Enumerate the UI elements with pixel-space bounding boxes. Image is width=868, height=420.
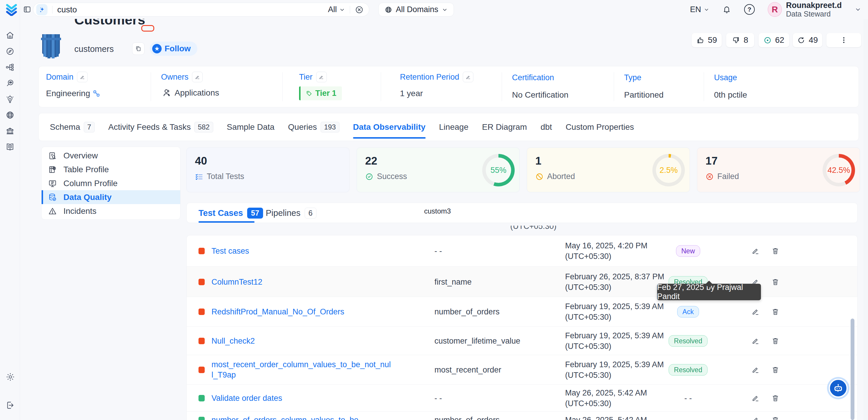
delete-icon[interactable] <box>770 277 781 287</box>
test-case-link[interactable]: most_recent_order_column_values_to_be_no… <box>212 360 392 380</box>
column-cell: first_name <box>434 277 472 287</box>
search-input[interactable]: custo <box>57 5 328 14</box>
edit-icon[interactable] <box>750 246 761 256</box>
versions-count: 49 <box>809 35 818 45</box>
insights-bulb-icon[interactable] <box>6 95 14 103</box>
user-menu[interactable]: R Rounakpreet.d Data Steward <box>768 1 842 18</box>
tab-er-diagram[interactable]: ER Diagram <box>482 113 527 141</box>
edit-tier-button[interactable] <box>316 72 327 82</box>
help-icon[interactable]: ? <box>744 4 755 15</box>
edit-owners-button[interactable] <box>192 72 203 82</box>
subnav-incidents[interactable]: Incidents <box>41 204 180 218</box>
tab-queries[interactable]: Queries193 <box>288 113 339 141</box>
edit-domain-button[interactable] <box>77 72 88 82</box>
top-bar: custo All All Domains EN ? R Rounakpreet… <box>0 0 868 19</box>
test-case-link[interactable]: ColumnTest12 <box>212 277 400 287</box>
edit-icon[interactable] <box>750 365 761 375</box>
test-case-link[interactable]: Validate order dates <box>212 393 400 403</box>
domains-filter[interactable]: All Domains <box>378 3 454 17</box>
test-case-link[interactable]: number_of_orders_column_values_to_be_ <box>212 415 400 420</box>
notifications-bell-icon[interactable] <box>722 5 731 14</box>
avatar[interactable]: R <box>768 2 782 17</box>
kebab-menu-icon <box>840 36 848 44</box>
clear-search-icon[interactable] <box>355 5 364 14</box>
subnav-data-quality[interactable]: Data Quality <box>41 190 180 204</box>
check-circle-icon <box>365 173 373 181</box>
sidebar-toggle-icon[interactable] <box>23 5 31 13</box>
delete-icon[interactable] <box>770 336 781 346</box>
subnav-overview[interactable]: Overview <box>41 149 180 162</box>
table-row[interactable]: Validate order dates - - May 26, 2025, 5… <box>187 384 858 412</box>
more-actions-button[interactable] <box>827 33 861 47</box>
edit-icon[interactable] <box>750 393 761 403</box>
test-case-link[interactable]: Test cases <box>212 246 400 256</box>
status-square <box>198 338 205 344</box>
test-case-link[interactable]: Null_check2 <box>212 336 400 346</box>
explore-compass-icon[interactable] <box>6 47 14 56</box>
copy-name-button[interactable] <box>132 42 145 55</box>
glossary-book-icon[interactable] <box>6 143 14 151</box>
status-badge[interactable]: Resolved <box>669 335 708 347</box>
tab-data-observability[interactable]: Data Observability <box>353 113 426 141</box>
app-logo[interactable] <box>6 3 18 16</box>
settings-gear-icon[interactable] <box>6 372 15 382</box>
subnav-table-profile[interactable]: Table Profile <box>41 162 180 176</box>
delete-icon[interactable] <box>770 365 781 375</box>
tab-lineage[interactable]: Lineage <box>439 113 469 141</box>
governance-bank-icon[interactable] <box>6 126 14 136</box>
delete-icon[interactable] <box>770 246 781 256</box>
tab-sample-data[interactable]: Sample Data <box>227 113 275 141</box>
upvote-button[interactable]: 59 <box>692 33 722 47</box>
status-badge[interactable]: Ack <box>677 306 699 318</box>
table-row[interactable]: number_of_orders_column_values_to_be_ nu… <box>187 412 858 420</box>
global-search-bar[interactable]: custo All <box>33 3 369 17</box>
content-scrollbar-thumb[interactable] <box>850 319 855 420</box>
status-square <box>198 367 205 373</box>
table-row[interactable]: Test cases - - May 16, 2025, 4:20 PM(UTC… <box>187 235 858 266</box>
lineage-graph-icon[interactable] <box>6 63 14 72</box>
tab-activity-feeds[interactable]: Activity Feeds & Tasks582 <box>108 113 213 141</box>
watch-button[interactable]: 62 <box>758 33 789 47</box>
user-role: Data Steward <box>786 10 842 18</box>
test-case-link[interactable]: RedshiftProd_Manual_No_Of_Orders <box>212 307 400 317</box>
subnav-column-profile[interactable]: Column Profile <box>41 176 180 190</box>
domains-globe-icon[interactable] <box>6 111 14 119</box>
edit-retention-button[interactable] <box>463 72 473 82</box>
language-selector[interactable]: EN <box>690 5 709 14</box>
table-row[interactable]: RedshiftProd_Manual_No_Of_Orders number_… <box>187 297 858 327</box>
tier-badge[interactable]: Tier 1 <box>299 86 342 100</box>
entity-name: customers <box>74 44 114 54</box>
status-badge[interactable]: Resolved <box>669 364 708 376</box>
tab-dbt[interactable]: dbt <box>540 113 552 141</box>
edit-icon[interactable] <box>750 415 761 420</box>
table-row[interactable]: Null_check2 customer_lifetime_value Febr… <box>187 326 858 355</box>
versions-button[interactable]: 49 <box>793 33 822 47</box>
test-cases-tab-card: Test Cases 57 Pipelines 6 custom3 <box>186 203 858 223</box>
logout-icon[interactable] <box>6 400 15 410</box>
chat-assistant-button[interactable] <box>829 379 848 398</box>
search-scope-dropdown[interactable]: All <box>328 5 345 14</box>
date-cell: February 26, 2025, 8:37 PM(UTC+05:30) <box>565 271 664 293</box>
page-scrollbar-track[interactable] <box>863 0 868 420</box>
delete-icon[interactable] <box>770 415 781 420</box>
team-icon <box>161 88 172 98</box>
tab-pipelines[interactable]: Pipelines 6 <box>266 208 316 218</box>
ai-sparkle-icon[interactable] <box>36 4 48 16</box>
tab-custom-properties[interactable]: Custom Properties <box>566 113 634 141</box>
downvote-button[interactable]: 8 <box>726 33 754 47</box>
watch-count: 62 <box>775 35 784 45</box>
tab-schema[interactable]: Schema7 <box>50 113 95 141</box>
observability-search-icon[interactable] <box>6 79 14 88</box>
delete-icon[interactable] <box>770 306 781 317</box>
edit-icon[interactable] <box>750 336 761 346</box>
status-badge[interactable]: New <box>676 245 700 257</box>
delete-icon[interactable] <box>770 393 781 403</box>
edit-icon[interactable] <box>750 306 761 317</box>
follow-button[interactable]: ★ Follow <box>150 41 197 56</box>
left-sidebar <box>0 0 20 420</box>
tab-test-cases[interactable]: Test Cases 57 <box>198 208 263 218</box>
upvote-count: 59 <box>708 35 717 45</box>
home-icon[interactable] <box>6 31 14 40</box>
chevron-down-icon[interactable] <box>855 6 861 13</box>
table-row[interactable]: most_recent_order_column_values_to_be_no… <box>187 355 858 385</box>
